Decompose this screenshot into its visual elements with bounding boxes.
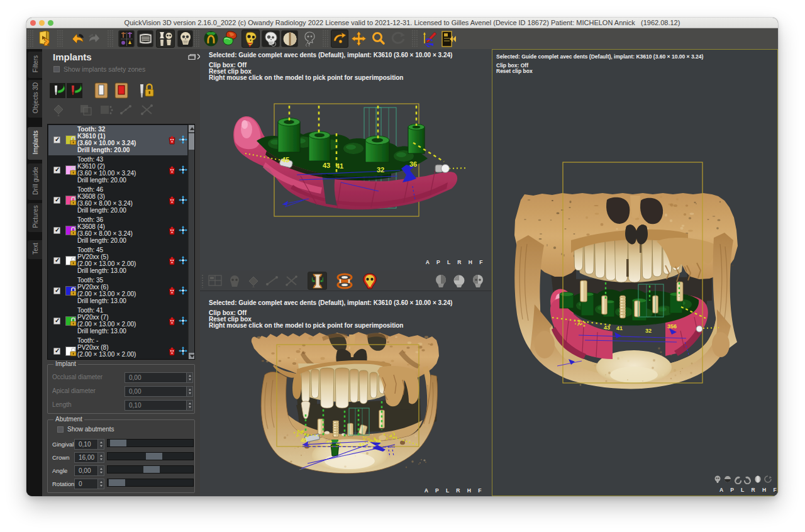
svg-text:43: 43 [604, 324, 610, 331]
svg-text:41: 41 [336, 440, 342, 446]
svg-text:36: 36 [409, 160, 417, 168]
svg-text:43: 43 [323, 162, 330, 169]
svg-text:36: 36 [375, 438, 381, 445]
svg-text:41: 41 [616, 325, 623, 331]
svg-text:43: 43 [326, 440, 332, 446]
svg-text:32: 32 [358, 442, 365, 448]
svg-text:45: 45 [282, 156, 289, 163]
svg-text:32: 32 [377, 166, 384, 174]
svg-text:41: 41 [336, 162, 343, 170]
svg-text:32: 32 [645, 328, 652, 334]
svg-text:45: 45 [301, 437, 307, 443]
svg-text:356: 356 [667, 323, 677, 330]
